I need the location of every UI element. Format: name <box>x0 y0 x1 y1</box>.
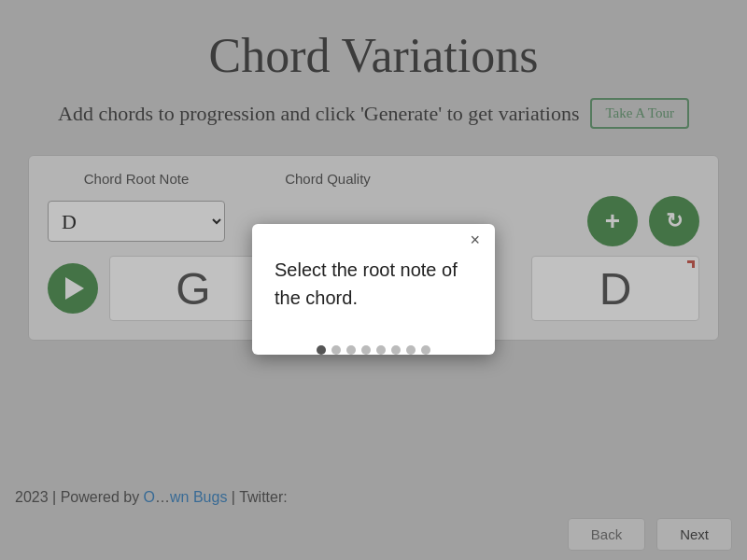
dot-8 <box>421 345 430 355</box>
dot-4 <box>361 345 371 355</box>
dot-6 <box>391 345 401 355</box>
modal-body-text: Select the root note of the chord. <box>275 259 458 308</box>
tour-modal: × Select the root note of the chord. <box>252 224 495 355</box>
dot-3 <box>346 345 356 355</box>
modal-close-button[interactable]: × <box>466 231 484 248</box>
dot-2 <box>331 345 341 355</box>
dot-1 <box>317 345 326 355</box>
modal-dots <box>252 334 495 355</box>
dot-7 <box>406 345 416 355</box>
dot-5 <box>376 345 386 355</box>
